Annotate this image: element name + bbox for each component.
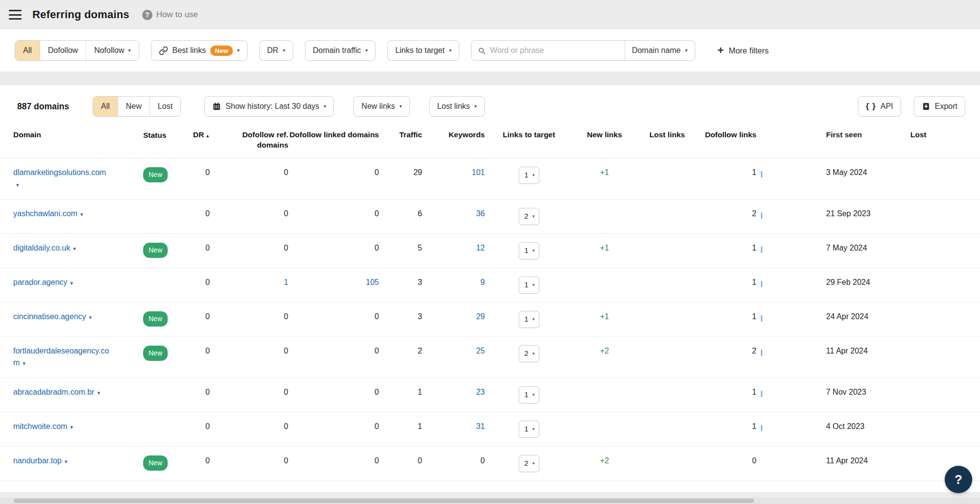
follow-filter-control: All Dofollow Nofollow ▾: [15, 40, 139, 61]
history-tab-lost[interactable]: Lost: [150, 97, 180, 116]
api-button[interactable]: { } API: [858, 96, 901, 117]
links-to-target-filter-button[interactable]: Links to target ▾: [387, 40, 459, 61]
chevron-down-icon[interactable]: ▾: [89, 314, 92, 320]
column-header-dofollow-linked-domains[interactable]: Dofollow linked domains: [288, 129, 379, 140]
links-to-target-select[interactable]: 1▾: [519, 167, 540, 184]
link-history-sparkline[interactable]: [761, 281, 762, 287]
follow-tab-dofollow[interactable]: Dofollow: [40, 41, 86, 60]
new-links-dropdown[interactable]: New links ▾: [353, 96, 410, 117]
column-header-lost-links[interactable]: Lost links: [636, 129, 699, 140]
links-to-target-select[interactable]: 1▾: [519, 386, 540, 403]
column-header-status[interactable]: Status: [138, 129, 182, 140]
first-seen-value: 7 May 2024: [773, 242, 910, 254]
link-history-sparkline[interactable]: [761, 212, 762, 219]
column-header-traffic[interactable]: Traffic: [379, 129, 422, 140]
chevron-down-icon[interactable]: ▾: [16, 182, 19, 188]
column-header-new-links[interactable]: New links: [573, 129, 636, 140]
chevron-down-icon[interactable]: ▾: [73, 246, 76, 252]
link-history-sparkline[interactable]: [761, 171, 762, 177]
referring-domains-page: Referring domains ? How to use All Dofol…: [0, 0, 980, 504]
new-links-value[interactable]: +2: [600, 456, 609, 465]
table-row: abracadabradm.com.br▾ 0 0 0 1 23 1▾ 1 7 …: [0, 378, 980, 412]
column-header-domain[interactable]: Domain: [0, 129, 138, 140]
table-row: digitaldaily.co.uk▾ New 0 0 0 5 12 1▾ +1…: [0, 234, 980, 268]
chevron-down-icon[interactable]: ▾: [70, 280, 73, 286]
horizontal-scrollbar-thumb[interactable]: [14, 499, 754, 503]
dofollow-linked-domains-value: 0: [288, 311, 379, 323]
table-row: parador.agency▾ 0 1 105 3 9 1▾ 1 29 Feb …: [0, 268, 980, 302]
link-history-sparkline[interactable]: [761, 315, 762, 322]
links-to-target-select[interactable]: 1▾: [519, 242, 540, 259]
traffic-value: 3: [379, 311, 422, 323]
column-header-dr[interactable]: DR▲: [182, 129, 210, 141]
domain-link[interactable]: abracadabradm.com.br▾: [13, 386, 100, 399]
column-header-lost[interactable]: Lost: [910, 129, 980, 140]
first-seen-value: 11 Apr 2024: [773, 455, 910, 467]
keywords-value: 25: [422, 345, 485, 357]
hamburger-menu-icon[interactable]: [9, 10, 22, 20]
traffic-value: 0: [379, 455, 422, 467]
link-history-sparkline[interactable]: [761, 247, 762, 253]
first-seen-value: 7 Nov 2023: [773, 386, 910, 398]
follow-tab-nofollow[interactable]: Nofollow ▾: [86, 41, 138, 60]
search-mode-select[interactable]: Domain name ▾: [625, 41, 695, 60]
links-to-target-select[interactable]: 2▾: [519, 345, 540, 362]
lost-links-dropdown[interactable]: Lost links ▾: [429, 96, 485, 117]
domain-traffic-filter-button[interactable]: Domain traffic ▾: [305, 40, 376, 61]
chevron-down-icon[interactable]: ▾: [70, 424, 73, 430]
links-to-target-select[interactable]: 1▾: [519, 277, 540, 294]
follow-tab-all[interactable]: All: [15, 41, 40, 60]
results-toolbar: 887 domains All New Lost Show history: L…: [0, 85, 980, 126]
chevron-down-icon[interactable]: ▾: [23, 360, 25, 366]
new-links-value[interactable]: +1: [600, 168, 609, 176]
filter-bar: All Dofollow Nofollow ▾ Best links New ▾…: [0, 29, 980, 72]
plus-icon: +: [718, 45, 724, 56]
links-to-target-select[interactable]: 1▾: [519, 421, 540, 438]
domain-link[interactable]: cincinnatiseo.agency▾: [13, 311, 92, 323]
link-history-sparkline[interactable]: [761, 350, 762, 356]
dofollow-ref-domains-value: 0: [210, 242, 288, 254]
status-badge: New: [143, 243, 168, 258]
links-to-target-select[interactable]: 2▾: [519, 208, 540, 225]
links-to-target-select[interactable]: 2▾: [519, 455, 540, 472]
column-header-links-to-target[interactable]: Links to target: [485, 129, 573, 140]
domain-link[interactable]: parador.agency▾: [13, 277, 73, 289]
column-header-dofollow-ref-domains[interactable]: Dofollow ref. domains: [210, 129, 288, 150]
domain-link[interactable]: nandurbar.top▾: [13, 455, 67, 467]
help-fab-button[interactable]: ?: [945, 466, 972, 493]
column-header-first-seen[interactable]: First seen: [773, 129, 910, 140]
export-button[interactable]: Export: [914, 96, 965, 117]
chevron-down-icon: ▾: [128, 48, 131, 53]
dr-filter-button[interactable]: DR ▾: [259, 40, 293, 61]
chevron-down-icon: ▾: [532, 169, 535, 181]
chevron-down-icon[interactable]: ▾: [97, 390, 100, 396]
more-filters-button[interactable]: + More filters: [718, 45, 769, 56]
new-links-value[interactable]: +2: [600, 347, 609, 355]
links-to-target-select[interactable]: 1▾: [519, 311, 540, 328]
history-tab-new[interactable]: New: [118, 97, 150, 116]
chevron-down-icon[interactable]: ▾: [80, 211, 83, 217]
best-links-filter-button[interactable]: Best links New ▾: [151, 40, 248, 61]
status-badge: New: [143, 455, 168, 471]
link-history-sparkline[interactable]: [761, 391, 762, 397]
column-header-keywords[interactable]: Keywords: [422, 129, 485, 140]
domain-link[interactable]: mitchwoite.com▾: [13, 421, 73, 433]
column-header-dofollow-links[interactable]: Dofollow links: [699, 129, 756, 140]
domain-link[interactable]: fortlauderdaleseoagency.com▾: [13, 345, 109, 369]
domain-link[interactable]: dlamarketingsolutions.com▾: [13, 167, 109, 191]
search-input[interactable]: [490, 46, 618, 55]
domain-link[interactable]: digitaldaily.co.uk▾: [13, 242, 76, 254]
first-seen-value: 3 May 2024: [773, 167, 910, 178]
history-tab-all[interactable]: All: [93, 97, 118, 116]
chevron-down-icon: ▾: [283, 48, 285, 53]
chevron-down-icon[interactable]: ▾: [65, 458, 68, 464]
history-filter-control: All New Lost: [93, 96, 181, 117]
new-links-value[interactable]: +1: [600, 244, 609, 252]
horizontal-scrollbar[interactable]: [0, 498, 980, 504]
link-history-sparkline[interactable]: [761, 425, 762, 431]
domain-link[interactable]: yashchawlani.com▾: [13, 208, 83, 220]
new-links-value[interactable]: +1: [600, 312, 609, 321]
show-history-button[interactable]: Show history: Last 30 days ▾: [204, 96, 334, 117]
how-to-use-link[interactable]: ? How to use: [142, 10, 198, 20]
traffic-value: 1: [379, 421, 422, 432]
